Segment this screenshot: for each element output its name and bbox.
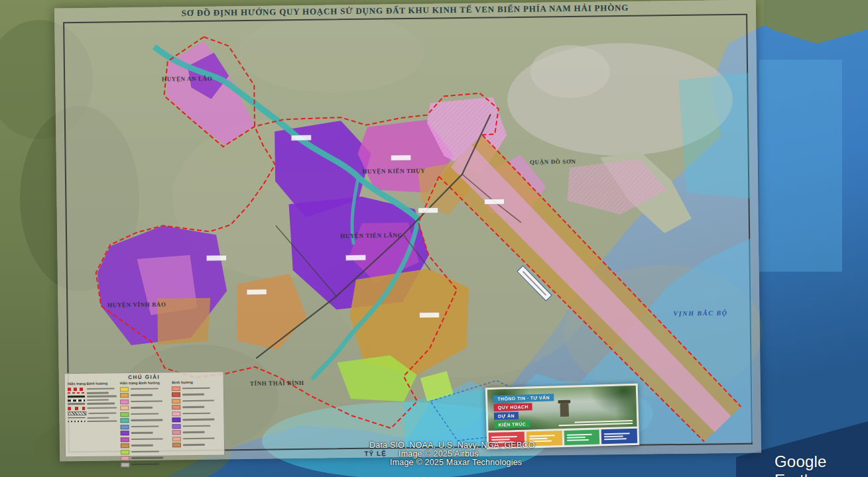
banner-strip: THÔNG TIN - TƯ VẤN [493,394,554,403]
legend-row [68,406,117,410]
legend-row [172,386,221,391]
legend-row [172,404,221,409]
attribution-airbus: Image © 2025 Airbus [399,449,479,458]
legend-label-line [87,407,117,409]
legend-label-line [87,392,109,394]
banner-contact-lines [558,420,633,427]
legend-color-swatch [172,430,181,435]
legend-color-swatch [172,399,180,403]
legend-row [172,442,221,447]
legend-label-line [131,445,153,447]
legend-color-swatch [172,411,181,416]
legend-label-line [131,457,163,459]
legend-color-swatch [121,462,129,467]
legend-label-line [183,444,205,446]
legend-color-swatch [120,418,129,423]
legend-color-swatch [121,456,129,460]
legend-line-symbol [68,406,85,409]
legend-group1-header: Hiện trạng Định hướng [68,381,117,386]
banner-strip-label: THÔNG TIN - TƯ VẤN [497,396,550,401]
legend-label-line [183,437,215,439]
legend-row [120,399,169,404]
legend-row [121,443,170,448]
legend-line-symbol [68,399,85,401]
legend-row [172,392,221,397]
label-vinh-bac-bo: VỊNH BẮC BỘ [673,309,727,317]
legend-row [120,392,169,398]
banner-strip-label: QUY HOẠCH [497,404,528,409]
legend-group3-header: Định hướng [172,380,221,384]
legend-label-line [88,412,116,414]
legend-label-line [87,417,109,419]
legend-row [68,392,117,394]
banner-strip: KIẾN TRÚC [494,420,530,428]
consultancy-banner: THÔNG TIN - TƯ VẤN QUY HOẠCH DỰ ÁN KIẾN … [485,384,640,449]
google-earth-viewport[interactable]: SƠ ĐỒ ĐỊNH HƯỚNG QUY HOẠCH SỬ DỤNG ĐẤT K… [0,0,868,477]
legend-color-swatch [120,437,129,442]
legend-row [68,420,117,422]
banner-strips: THÔNG TIN - TƯ VẤN QUY HOẠCH DỰ ÁN KIẾN … [493,394,554,429]
legend-color-swatch [172,405,181,409]
turtle-tower-silhouette [560,403,569,417]
legend-label-line [183,425,211,427]
legend-row [120,411,169,417]
legend-line-symbol [68,403,85,405]
legend-label-line [183,431,205,433]
legend-color-swatch [120,399,129,404]
legend-label-line [131,450,159,452]
legend-row [120,430,169,435]
legend-line-symbol [68,421,85,422]
legend-label-line [131,400,162,402]
legend-row [120,417,169,423]
legend-line-symbol [68,417,85,418]
attribution-data-sources: Data SIO, NOAA, U.S. Navy, NGA, GEBCO [369,441,535,450]
legend-row [121,455,170,460]
label-huyen-an-lao: HUYỆN AN LÃO [162,76,212,83]
banner-service-box [601,429,637,444]
legend-label-line [87,399,109,401]
legend-row [121,449,170,454]
legend-color-swatch [172,417,181,422]
legend-row [68,399,117,401]
legend-line-symbol [68,387,85,390]
legend-row [172,436,221,441]
legend-label-line [87,388,115,390]
legend-label-line [87,403,115,405]
legend-swatch-list-current [120,386,170,467]
legend-row [120,386,169,392]
label-huyen-tien-lang: HUYỆN TIÊN LÃNG [340,232,403,239]
legend-label-line [131,394,153,396]
legend-symbol-list [68,387,117,422]
legend-label-line [131,419,162,421]
legend-row [172,398,221,403]
legend-row [68,395,117,398]
map-legend: CHÚ GIẢI Hiện trạng Định hướng [64,371,225,457]
legend-color-swatch [120,412,129,417]
banner-strip-label: DỰ ÁN [498,413,515,419]
legend-label-line [183,419,215,421]
legend-label-line [87,420,117,422]
legend-color-swatch [121,450,129,454]
legend-label-line [131,413,158,415]
legend-row [120,405,169,410]
label-huyen-kien-thuy: HUYỆN KIẾN THỤY [362,168,425,175]
legend-label-line [131,407,153,409]
legend-label-line [131,432,153,434]
legend-label-line [183,412,211,414]
legend-row [68,387,117,391]
planning-map-overlay: SƠ ĐỒ ĐỊNH HƯỚNG QUY HOẠCH SỬ DỤNG ĐẤT K… [54,0,761,461]
scale-label: TỶ LỆ [364,450,386,457]
legend-color-swatch [172,386,180,391]
banner-strip: QUY HOẠCH [493,403,532,411]
legend-color-swatch [172,437,181,441]
banner-strip: DỰ ÁN [494,412,519,420]
legend-row [68,417,117,419]
legend-label-line [182,399,214,401]
legend-row [120,424,169,429]
legend-row [68,402,117,405]
legend-line-symbol [68,411,86,415]
legend-color-swatch [120,405,129,410]
legend-color-swatch [172,392,180,397]
legend-swatch-list-planned [172,386,221,447]
legend-color-swatch [120,431,129,435]
